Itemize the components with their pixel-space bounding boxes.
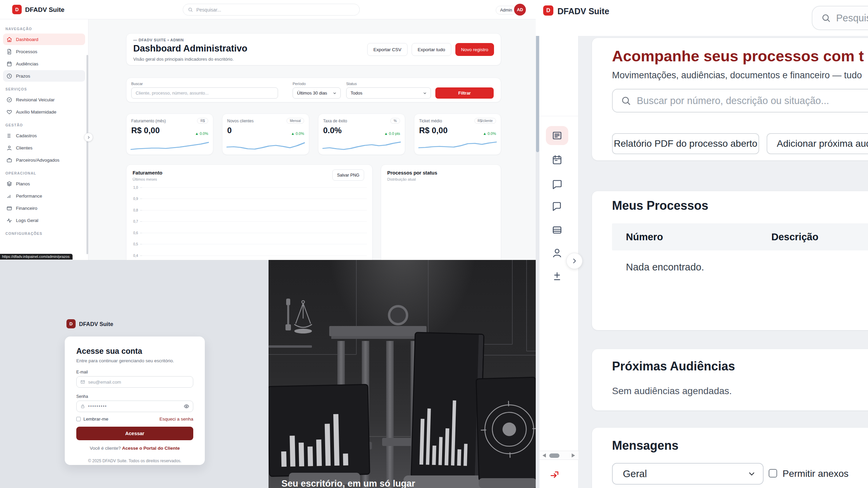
table-header-row: Número Descrição xyxy=(612,223,868,250)
filter-period-select[interactable]: Últimos 30 dias xyxy=(293,87,341,99)
sidebar-item-dashboard[interactable]: Dashboard xyxy=(3,34,85,45)
empty-state-text: Sem audiências agendadas. xyxy=(612,386,732,396)
sidebar-item-prazos[interactable]: Prazos xyxy=(3,70,85,82)
admin-sidebar: NAVEGAÇÃO Dashboard Processos Audiências… xyxy=(0,19,88,260)
portal-nav-consultas[interactable] xyxy=(546,197,568,216)
filter-search-placeholder: Cliente, processo, número, assunto... xyxy=(136,90,209,96)
breadcrumb: — DFADV SUITE • ADMIN xyxy=(133,38,184,42)
y-axis-tick: 0,6 xyxy=(129,231,138,235)
portal-nav-financeiro[interactable] xyxy=(546,220,568,239)
admin-dashboard-region: D DFADV Suite Pesquisar... Admin AD NAVE… xyxy=(0,0,536,260)
portal-nav-perfil[interactable] xyxy=(546,243,568,262)
avatar[interactable]: AD xyxy=(514,4,526,16)
logout-button[interactable] xyxy=(549,469,560,480)
chart-subtitle: Distribuição atual xyxy=(387,177,416,181)
y-axis-tick: 0,5 xyxy=(129,242,138,246)
password-masked-value: ••••••••• xyxy=(88,404,107,409)
wall-medallion xyxy=(388,305,408,325)
hero-illustration-region: Seu escritório, em um só lugar xyxy=(269,260,536,488)
search-placeholder: Buscar por número, descrição ou situação… xyxy=(637,95,829,106)
portal-nav-mensagens[interactable] xyxy=(546,175,568,194)
horizontal-scrollbar-thumb[interactable] xyxy=(549,453,559,458)
export-csv-button[interactable]: Exportar CSV xyxy=(367,43,408,56)
filter-search-input[interactable]: Cliente, processo, número, assunto... xyxy=(131,87,278,99)
filter-status-label: Status xyxy=(346,82,357,86)
sidebar-item-label: Cadastros xyxy=(16,133,37,138)
home-icon xyxy=(6,37,12,42)
portal-scrollbar-thumb[interactable] xyxy=(536,19,539,152)
pdf-report-button[interactable]: Relatório PDF do processo aberto xyxy=(612,133,759,154)
kpi-label: Faturamento (mês) xyxy=(131,119,166,123)
sidebar-item-label: Logs Geral xyxy=(16,218,38,223)
screenshot-stage: D DFADV Suite Pesquisar... Admin AD NAVE… xyxy=(0,0,868,488)
portal-nav-audiencias[interactable] xyxy=(546,150,568,169)
axis-tick-mark xyxy=(140,244,142,244)
kpi-card-taxa-exito: Taxa de êxito% 0.0% ▲ 0.0 pts xyxy=(318,114,405,155)
add-hearing-button[interactable]: Adicionar próxima audiência xyxy=(767,133,868,154)
scroll-left-arrow-icon[interactable] xyxy=(542,453,546,458)
portal-horizontal-scrollbar[interactable] xyxy=(539,451,578,460)
client-portal-link[interactable]: Acesse o Portal do Cliente xyxy=(122,446,180,451)
kpi-card-faturamento: Faturamento (mês)R$ R$ 0,00 ▲ 0.0% xyxy=(126,114,213,155)
filter-period-label: Período xyxy=(293,82,306,86)
message-channel-select[interactable]: Geral xyxy=(612,463,764,485)
sidebar-item-clientes[interactable]: Clientes xyxy=(3,142,85,154)
portal-sidebar-expand-button[interactable] xyxy=(566,253,583,269)
column-header-descricao: Descrição xyxy=(771,231,818,243)
eye-icon[interactable] xyxy=(184,404,189,409)
gridline xyxy=(142,233,367,233)
wall-panel xyxy=(428,260,513,345)
new-record-button[interactable]: Novo registro xyxy=(455,43,494,56)
plus-underline-icon xyxy=(551,271,563,282)
kpi-card-novos-clientes: Novos clientesMensal 0 ▲ 0.0% xyxy=(222,114,309,155)
export-all-button[interactable]: Exportar tudo xyxy=(412,43,451,56)
portal-search-input[interactable]: Pesquisar... xyxy=(812,6,868,30)
briefcase-icon xyxy=(6,157,12,163)
sidebar-item-performance[interactable]: Performance xyxy=(3,190,85,202)
process-search-input[interactable]: Buscar por número, descrição ou situação… xyxy=(612,89,868,113)
axis-tick-mark xyxy=(140,199,142,199)
sidebar-item-revisional-veicular[interactable]: Revisional Veicular xyxy=(3,94,85,105)
sidebar-item-label: Audiências xyxy=(16,61,38,66)
chart-title: Processos por status xyxy=(387,170,437,176)
gridline xyxy=(142,210,367,210)
portal-brand-logo[interactable]: D xyxy=(543,5,553,16)
gridline xyxy=(142,199,367,199)
sidebar-item-financeiro[interactable]: Financeiro xyxy=(3,202,85,214)
forgot-password-link[interactable]: Esqueci a senha xyxy=(159,416,193,422)
filter-status-select[interactable]: Todos xyxy=(346,87,431,99)
sidebar-item-audiencias[interactable]: Audiências xyxy=(3,58,85,69)
sidebar-collapse-button[interactable] xyxy=(84,133,93,142)
login-submit-button[interactable]: Acessar xyxy=(76,427,193,440)
sparkline-chart xyxy=(131,138,209,152)
brand-logo[interactable]: D xyxy=(12,5,22,14)
portal-nav-processos[interactable] xyxy=(546,126,568,145)
sidebar-scrollbar[interactable] xyxy=(86,55,88,254)
sidebar-item-logs-geral[interactable]: Logs Geral xyxy=(3,215,85,226)
filter-submit-button[interactable]: Filtrar xyxy=(435,87,494,99)
portal-nav-adicionar[interactable] xyxy=(546,267,568,286)
sidebar-item-processos[interactable]: Processos xyxy=(3,46,85,57)
allow-attachments-checkbox[interactable] xyxy=(769,469,777,477)
target-monitor xyxy=(477,378,536,481)
password-field[interactable]: ••••••••• xyxy=(76,401,193,412)
axis-tick-mark xyxy=(140,210,142,210)
activity-icon xyxy=(6,218,12,223)
portal-topbar: D DFADV Suite Pesquisar... xyxy=(536,0,868,36)
remember-checkbox[interactable] xyxy=(76,417,81,421)
admin-topbar: D DFADV Suite Pesquisar... Admin AD xyxy=(0,0,536,19)
save-png-button[interactable]: Salvar PNG xyxy=(332,169,364,181)
sidebar-item-auxilio-maternidade[interactable]: Auxílio Maternidade xyxy=(3,106,85,118)
scroll-right-arrow-icon[interactable] xyxy=(572,453,575,458)
file-text-icon xyxy=(6,49,12,55)
global-search-input[interactable]: Pesquisar... xyxy=(183,4,360,16)
sidebar-item-cadastros[interactable]: Cadastros xyxy=(3,130,85,141)
admin-role-pill[interactable]: Admin xyxy=(496,6,516,15)
email-field[interactable]: seu@email.com xyxy=(76,376,193,388)
bar-chart-icon xyxy=(6,193,12,199)
sidebar-item-planos[interactable]: Planos xyxy=(3,178,85,189)
sidebar-item-parceiros-advogados[interactable]: Parceiros/Advogados xyxy=(3,154,85,166)
list-icon xyxy=(6,133,12,139)
upcoming-hearings-card: Próximas Audiências Sem audiências agend… xyxy=(592,349,868,411)
sidebar-section-navegacao: NAVEGAÇÃO xyxy=(5,27,83,31)
